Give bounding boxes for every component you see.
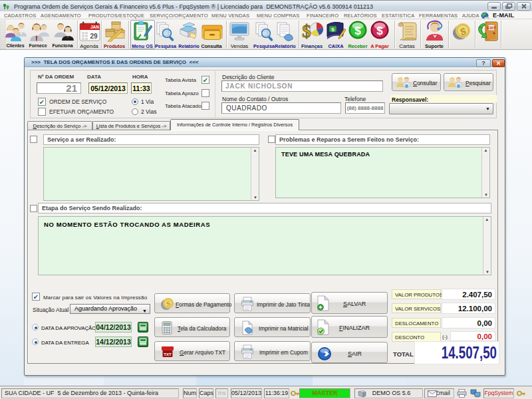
svg-text:JAN: JAN — [90, 25, 99, 29]
svg-text:$: $ — [354, 25, 361, 37]
svg-text:$: $ — [376, 25, 383, 37]
svg-text:$: $ — [302, 21, 311, 41]
svg-text:TXT: TXT — [164, 352, 172, 356]
svg-text:$: $ — [331, 27, 334, 33]
svg-text:29: 29 — [90, 33, 98, 40]
svg-text:EXIT: EXIT — [487, 26, 496, 30]
